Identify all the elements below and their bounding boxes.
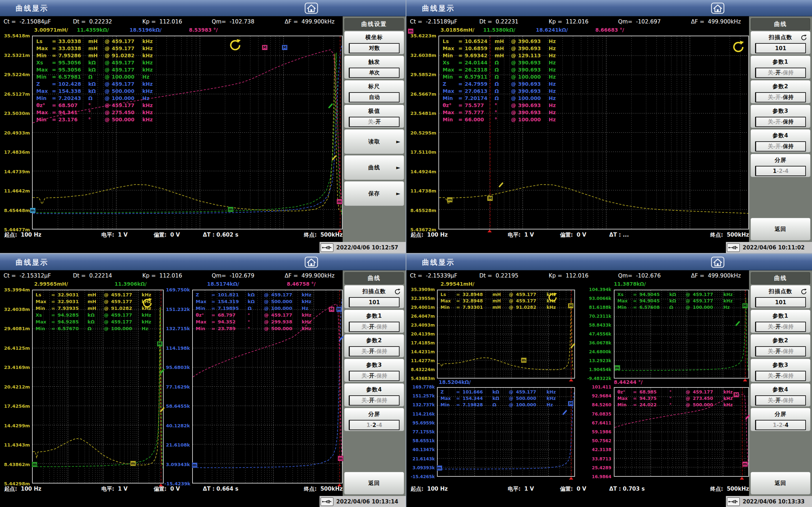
y-axis-label: 70.2311k bbox=[584, 314, 611, 319]
legend-unit: ° bbox=[669, 402, 686, 407]
legend-at: @ bbox=[105, 60, 112, 65]
legend-frequency: 129.113 bbox=[518, 53, 549, 58]
sidebar-button-分屏[interactable]: 分屏1-2-4 bbox=[750, 408, 811, 431]
sidebar-button-参数1[interactable]: 参数1关-开-保持 bbox=[750, 56, 811, 79]
legend-param-name: Z bbox=[441, 389, 456, 395]
legend-value: 10.6524 bbox=[465, 38, 495, 44]
sidebar-button-保存[interactable]: 保存► bbox=[344, 181, 404, 206]
usb-icon bbox=[322, 499, 332, 504]
legend-frequency: 275.450 bbox=[112, 110, 142, 115]
sidebar-button-参数3[interactable]: 参数3关-开-保持 bbox=[344, 359, 404, 382]
legend-unit: kΩ bbox=[669, 298, 686, 303]
legend-equals: = bbox=[633, 298, 639, 303]
sidebar-button-扫描点数[interactable]: 扫描点数101 bbox=[750, 285, 811, 308]
home-button[interactable] bbox=[711, 2, 724, 14]
value-option-selected: 1 bbox=[773, 168, 776, 174]
sidebar-button-label: 参数4 bbox=[751, 132, 810, 139]
legend-at: @ bbox=[511, 38, 518, 44]
marker-box-blue: m bbox=[437, 465, 442, 471]
status-field: 起点: 100 Hz bbox=[4, 486, 41, 495]
axis-scale-label: 2.99541mH/ bbox=[441, 281, 474, 287]
value-option: 2 bbox=[779, 422, 782, 428]
legend-value: 23.176 bbox=[58, 117, 88, 122]
legend-param-name: Min bbox=[36, 117, 52, 122]
legend-freq-unit: Hz bbox=[549, 60, 564, 65]
legend-row: Max=94.9045kΩ@459.177kHz bbox=[617, 298, 738, 305]
marker-box-yellow: M bbox=[487, 196, 493, 201]
legend-frequency: 500.000 bbox=[271, 299, 302, 304]
y-axis-label: 95.6959k bbox=[407, 421, 435, 426]
legend-at: @ bbox=[105, 95, 112, 101]
sidebar-button-参数4[interactable]: 参数4关-开-保持 bbox=[750, 383, 811, 407]
home-button[interactable] bbox=[305, 2, 318, 14]
y-axis-label: 42.3138 bbox=[584, 447, 611, 452]
back-button[interactable]: 返回 bbox=[750, 218, 811, 241]
legend-at: @ bbox=[511, 117, 518, 122]
sidebar-button-参数4[interactable]: 参数4关-开-保持 bbox=[750, 129, 811, 153]
value-option-selected: 101 bbox=[775, 299, 786, 306]
sidebar-button-参数2[interactable]: 参数2关-开-保持 bbox=[750, 80, 811, 104]
legend-frequency: 91.0282 bbox=[111, 306, 142, 311]
value-option: 关 bbox=[768, 69, 773, 76]
legend-equals: = bbox=[52, 74, 58, 80]
legend-frequency: 459.177 bbox=[112, 81, 142, 87]
legend-freq-unit: kHz bbox=[142, 67, 157, 73]
rotate-marker-icon bbox=[142, 297, 153, 309]
sidebar-button-横坐标[interactable]: 横坐标对数 bbox=[344, 31, 404, 54]
legend-value: 68.985 bbox=[639, 389, 669, 395]
legend-value: 94.9285 bbox=[58, 319, 88, 324]
sidebar-button-分屏[interactable]: 分屏1-2-4 bbox=[750, 154, 811, 177]
legend-unit: ° bbox=[495, 102, 511, 108]
sidebar-button-label: 参数1 bbox=[751, 58, 810, 66]
legend-value: 26.2318 bbox=[465, 67, 495, 73]
status-field: 终点: 500kHz bbox=[687, 232, 749, 241]
legend-equals: = bbox=[51, 306, 58, 311]
back-button[interactable]: 返回 bbox=[344, 472, 404, 495]
home-button[interactable] bbox=[711, 257, 724, 268]
home-button[interactable] bbox=[305, 257, 318, 268]
status-field: 偏置: 0 V bbox=[154, 486, 180, 495]
legend-param-name: Max bbox=[617, 298, 633, 303]
sidebar-button-标尺[interactable]: 标尺自动 bbox=[344, 80, 404, 104]
sidebar-button-扫描点数[interactable]: 扫描点数101 bbox=[344, 285, 404, 308]
legend-at: @ bbox=[686, 305, 693, 310]
sidebar-button-读取[interactable]: 读取► bbox=[344, 129, 404, 154]
legend-equals: = bbox=[51, 319, 58, 324]
sidebar-button-参数4[interactable]: 参数4关-开-保持 bbox=[344, 383, 404, 407]
sidebar-button-极值[interactable]: 极值关-开 bbox=[344, 105, 404, 128]
value-option: 关 bbox=[362, 323, 367, 330]
legend-unit: ° bbox=[669, 389, 686, 395]
sidebar-button-参数3[interactable]: 参数3关-开-保持 bbox=[750, 359, 811, 382]
sidebar-button-label: 参数4 bbox=[344, 386, 404, 394]
sidebar-button-参数1[interactable]: 参数1关-开-保持 bbox=[750, 310, 811, 333]
sidebar-button-参数3[interactable]: 参数3关-开-保持 bbox=[750, 105, 811, 128]
home-icon bbox=[305, 257, 318, 268]
sidebar-button-曲线[interactable]: 曲线► bbox=[344, 155, 404, 180]
measurement-readout: Kp = 112.016 bbox=[142, 273, 182, 280]
value-option-selected: 开 bbox=[775, 373, 781, 379]
refresh-icon bbox=[394, 288, 401, 295]
sidebar-button-参数1[interactable]: 参数1关-开-保持 bbox=[344, 310, 404, 333]
legend-freq-unit: kHz bbox=[302, 319, 317, 324]
sidebar-button-扫描点数[interactable]: 扫描点数101 bbox=[750, 31, 811, 54]
sweep-cursor-triangle-icon bbox=[569, 379, 573, 381]
legend-unit: kΩ bbox=[88, 67, 105, 73]
sidebar-button-label: 保存 bbox=[344, 190, 404, 197]
value-option: 关 bbox=[768, 143, 773, 150]
sidebar-button-触发[interactable]: 触发单次 bbox=[344, 56, 404, 79]
y-axis-label: 17.4185m bbox=[407, 340, 435, 345]
legend-at: @ bbox=[509, 402, 516, 407]
status-field: ΔT : 0.703 s bbox=[609, 486, 645, 495]
legend-row: Min=66.000°@100.000Hz bbox=[443, 117, 564, 124]
sidebar-button-分屏[interactable]: 分屏1-2-4 bbox=[344, 408, 404, 431]
axis-scale-label: 18.5204kΩ/ bbox=[439, 379, 471, 385]
back-button[interactable]: 返回 bbox=[750, 472, 811, 495]
sidebar-button-参数2[interactable]: 参数2关-开-保持 bbox=[344, 334, 404, 358]
sidebar-button-参数2[interactable]: 参数2关-开-保持 bbox=[750, 334, 811, 358]
legend-row: Max=32.9031mH@459.177kHz bbox=[36, 299, 157, 306]
legend-freq-unit: Hz bbox=[142, 74, 157, 80]
usb-indicator bbox=[727, 497, 740, 506]
value-option-selected: 对数 bbox=[369, 45, 380, 52]
value-option-selected: 101 bbox=[775, 45, 786, 52]
measurement-readout: Ct = -2.15084μF bbox=[4, 19, 51, 26]
